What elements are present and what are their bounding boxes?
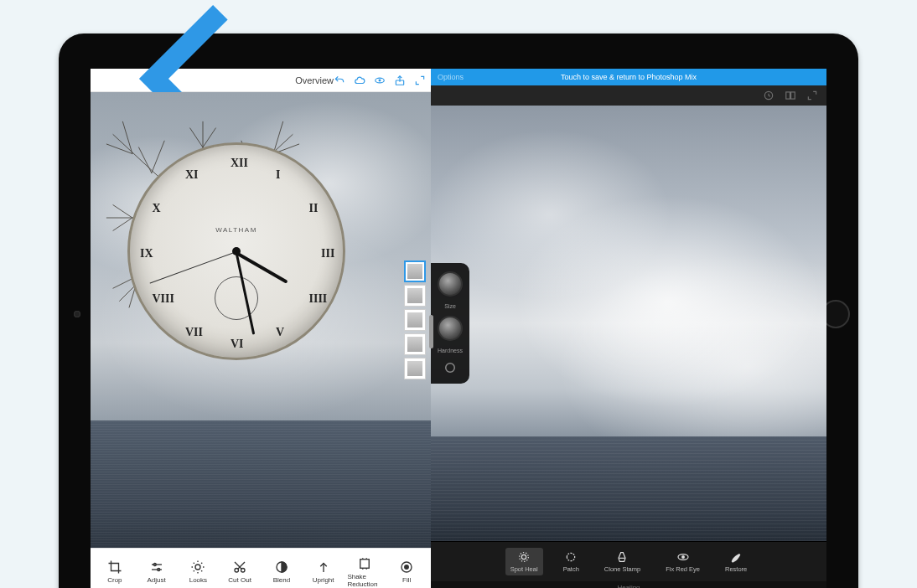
undo-icon[interactable] (334, 75, 345, 86)
seconds-subdial (215, 276, 258, 320)
tool-restore[interactable]: Restore (720, 548, 752, 575)
clock-composite: WALTHAM XIIIIIIIIIIIIVVIVIIVIIIIXXXI (127, 142, 345, 360)
svg-point-19 (520, 553, 529, 562)
horizon-sea (431, 436, 826, 541)
svg-point-1 (379, 79, 381, 81)
clock-face: WALTHAM XIIIIIIIIIIIIVVIVIIVIIIIXXXI (127, 142, 345, 360)
numeral-IIII: IIII (309, 292, 328, 306)
tool-label: Blend (273, 576, 290, 584)
return-banner[interactable]: Options Touch to save & return to Photos… (431, 69, 826, 85)
tool-cutout[interactable]: Cut Out (222, 560, 257, 584)
blend-icon (274, 560, 289, 575)
tool-blend[interactable]: Blend (264, 560, 299, 584)
tool-looks[interactable]: Looks (180, 560, 215, 584)
tool-redeye[interactable]: Fix Red Eye (661, 548, 705, 575)
tool-patch[interactable]: Patch (558, 548, 584, 575)
numeral-VII: VII (185, 326, 203, 339)
spotheal-icon (517, 550, 531, 564)
right-app-photoshop-fix: Options Touch to save & return to Photos… (431, 69, 826, 588)
share-icon[interactable] (394, 75, 406, 86)
hardness-dial[interactable] (438, 316, 463, 341)
tool-label: Looks (189, 576, 207, 584)
left-bottom-toolbar: CropAdjustLooksCut OutBlendUprightShake … (91, 548, 431, 588)
shake-icon (357, 556, 372, 571)
numeral-VIII: VIII (152, 292, 174, 306)
svg-point-17 (446, 364, 455, 373)
layer-thumb-4[interactable] (404, 358, 426, 379)
split-screen: Overview (91, 69, 826, 588)
looks-icon (190, 560, 205, 575)
brush-extra-icon[interactable] (443, 360, 458, 375)
center-pin (232, 247, 241, 255)
numeral-XI: XI (185, 168, 199, 182)
size-label: Size (444, 303, 456, 309)
redeye-icon (676, 550, 690, 564)
numeral-VI: VI (231, 338, 244, 351)
tool-label: Restore (725, 565, 747, 573)
tool-label: Adjust (148, 576, 166, 584)
right-bottom-toolbar: Spot HealPatchClone StampFix Red EyeRest… (431, 541, 826, 581)
numeral-XII: XII (231, 157, 248, 170)
options-link[interactable]: Options (438, 73, 464, 81)
tool-adjust[interactable]: Adjust (139, 560, 174, 584)
svg-rect-11 (360, 559, 370, 568)
layer-thumbnails (404, 260, 426, 379)
tool-label: Patch (563, 565, 579, 573)
expand-icon[interactable] (414, 75, 426, 86)
hardness-label: Hardness (438, 348, 463, 353)
crop-icon (107, 560, 122, 575)
layer-thumb-3[interactable] (404, 333, 426, 355)
mode-label: Healing (431, 581, 826, 588)
tool-upright[interactable]: Upright (306, 560, 341, 584)
restore-icon (729, 550, 743, 564)
numeral-II: II (309, 202, 319, 215)
fill-icon (399, 560, 414, 575)
upright-icon (316, 560, 331, 575)
left-topbar: Overview (91, 69, 431, 92)
numeral-I: I (276, 168, 280, 182)
svg-point-18 (521, 554, 526, 559)
numeral-X: X (152, 202, 160, 215)
compare-icon[interactable] (785, 90, 796, 101)
tool-label: Crop (107, 576, 122, 584)
clock-brand: WALTHAM (130, 226, 343, 234)
cutout-icon (232, 560, 247, 575)
numeral-V: V (276, 326, 284, 339)
tool-fill[interactable]: Fill (389, 560, 424, 584)
svg-point-7 (195, 565, 200, 570)
banner-text: Touch to save & return to Photoshop Mix (561, 73, 697, 81)
right-canvas[interactable]: Size Hardness (431, 106, 826, 541)
tool-shake[interactable]: Shake Reduction (347, 556, 382, 588)
left-canvas[interactable]: WALTHAM XIIIIIIIIIIIIVVIVIIVIIIIXXXI (91, 92, 431, 548)
history-icon[interactable] (763, 90, 775, 101)
tool-label: Fix Red Eye (666, 565, 700, 573)
svg-point-22 (681, 556, 684, 559)
right-topbar (431, 85, 826, 106)
numeral-III: III (321, 247, 334, 260)
sea-backdrop (91, 420, 431, 548)
layer-thumb-0[interactable] (404, 260, 426, 282)
svg-rect-15 (786, 92, 790, 99)
second-hand (149, 251, 236, 284)
fullscreen-icon[interactable] (806, 90, 818, 101)
cloud-icon[interactable] (354, 75, 365, 86)
layer-thumb-1[interactable] (404, 285, 426, 307)
tool-clone[interactable]: Clone Stamp (599, 548, 645, 575)
tool-label: Cut Out (228, 576, 251, 584)
split-view-handle[interactable] (429, 315, 433, 348)
tool-label: Clone Stamp (604, 565, 640, 573)
tool-label: Upright (313, 576, 334, 584)
tool-spotheal[interactable]: Spot Heal (505, 548, 543, 575)
left-app-photoshop-mix: Overview (91, 69, 431, 588)
adjust-icon (149, 560, 164, 575)
numeral-IX: IX (140, 247, 153, 260)
layer-thumb-2[interactable] (404, 309, 426, 331)
tool-label: Fill (402, 576, 411, 584)
eye-icon[interactable] (374, 75, 386, 86)
tool-crop[interactable]: Crop (97, 560, 132, 584)
svg-point-13 (405, 565, 409, 570)
brush-settings-panel: Size Hardness (431, 263, 469, 384)
front-camera (74, 311, 80, 317)
size-dial[interactable] (438, 271, 463, 297)
clone-icon (615, 550, 629, 564)
